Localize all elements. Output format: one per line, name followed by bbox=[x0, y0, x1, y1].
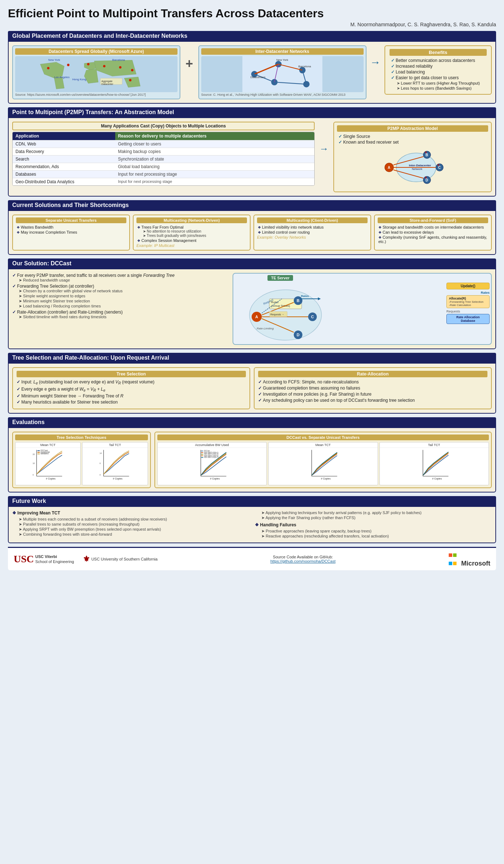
map-source: Source: https://azure.microsoft.com/en-u… bbox=[15, 93, 177, 96]
future-sub-2-2: Applying the Fair Sharing policy (rather… bbox=[255, 516, 492, 520]
table-row: Geo-Distributed Data Analytics Input for… bbox=[13, 178, 314, 185]
tail-tct-chart: Tail TCT # Copies 0 6 bbox=[82, 442, 148, 485]
svg-point-3 bbox=[87, 63, 90, 66]
svg-point-1 bbox=[47, 67, 50, 69]
dccast-sub-2-3: Minimum weight Steiner tree selection bbox=[12, 299, 228, 303]
dccast-item-3: Rate-Allocation (controller) and Rate-Li… bbox=[12, 310, 228, 319]
section2-header: Point to Multipoint (P2MP) Transfers: An… bbox=[8, 107, 496, 117]
usc-crest: ⚜ bbox=[83, 554, 90, 564]
svg-text:A: A bbox=[255, 315, 258, 319]
future-sub-1-2: Parallel trees to same subsets of receiv… bbox=[12, 522, 249, 527]
future-sub-2-1: Applying batching techniques for bursty … bbox=[255, 510, 492, 515]
rate-item-1: According to FCFS: Simple, no rate-recal… bbox=[258, 379, 487, 384]
bw-used-chart: Accumulative BW Used # Copies bbox=[157, 442, 267, 485]
datacenter-map-box: Datacenters Spread Globally (Microsoft A… bbox=[12, 45, 180, 99]
svg-rect-96 bbox=[201, 453, 203, 453]
section5-header: Tree Selection and Rate-Allocation: Upon… bbox=[8, 353, 496, 363]
section7-header: Future Work bbox=[8, 496, 496, 506]
svg-point-5 bbox=[119, 66, 122, 69]
unicast-title: Separate Unicast Transfers bbox=[16, 217, 126, 223]
usc-viterbi-logo: USC USC Viterbi School of Engineering bbox=[14, 553, 74, 565]
svg-point-4 bbox=[103, 65, 105, 68]
svg-rect-98 bbox=[201, 454, 203, 455]
multicast-client-item-1: Limited visibility into network status bbox=[257, 225, 368, 229]
usc-university-text: USC University of Southern California bbox=[91, 557, 158, 562]
usc-logo-text: USC bbox=[14, 553, 34, 565]
tree-item-2: Every edge e gets a weight of We = VR + … bbox=[17, 387, 246, 392]
svg-text:D: D bbox=[297, 333, 300, 337]
multicast-net-title: Multicasting (Network-Driven) bbox=[136, 217, 247, 223]
multicast-net-example: Example: IP Multicast bbox=[136, 243, 247, 248]
mean-tct2-chart: Mean TCT # Copies bbox=[268, 442, 378, 485]
section-p2mp: Point to Multipoint (P2MP) Transfers: An… bbox=[8, 107, 496, 197]
dccast-charts: Accumulative BW Used # Copies bbox=[157, 442, 489, 485]
svg-point-6 bbox=[131, 69, 134, 72]
requests-label: Requests bbox=[446, 310, 490, 313]
rates-label: Rates bbox=[446, 291, 490, 294]
svg-text:Datacenter: Datacenter bbox=[102, 83, 113, 85]
multicast-net-sub-1: No attention to resource utilization bbox=[137, 229, 247, 233]
future-item-2: Handling Failures bbox=[255, 522, 492, 527]
dc-map-label: Datacenters Spread Globally (Microsoft A… bbox=[15, 48, 177, 55]
application-table: Application Reason for delivery to multi… bbox=[12, 132, 315, 186]
update-box: Update() bbox=[446, 283, 490, 289]
solution-card-multicast-net: Multicasting (Network-Driven) Trees Far … bbox=[133, 215, 251, 251]
svg-text:Los Angeles: Los Angeles bbox=[54, 76, 69, 79]
te-diagram-area: TE Server Rules (Group Tables) A bbox=[233, 273, 492, 345]
app-header-row: Many Applications Cast (Copy) Objects to… bbox=[12, 122, 315, 130]
svg-text:Inter-Datacenter: Inter-Datacenter bbox=[409, 164, 431, 167]
svg-text:×: × bbox=[425, 150, 427, 154]
future-sub-3-2: Reactive approaches (rescheduling affect… bbox=[255, 534, 492, 539]
network-image: Datacenters New York Barcelona bbox=[201, 56, 364, 92]
poster-authors: M. Noormohammadpour, C. S. Raghavendra, … bbox=[8, 22, 496, 27]
te-network-svg: Rules (Group Tables) A B C bbox=[235, 279, 357, 345]
eval-tree-title: Tree Selection Techniques bbox=[15, 435, 148, 440]
multicast-client-example: Example: Overlay Networks bbox=[257, 235, 368, 239]
usc-logo-area: USC USC Viterbi School of Engineering ⚜ … bbox=[14, 553, 158, 565]
dccast-sub-3-1: Slotted timeline with fixed rates during… bbox=[12, 315, 228, 319]
svg-text:14: 14 bbox=[100, 452, 102, 454]
section3-header: Current Solutions and Their Shortcomings bbox=[8, 200, 496, 210]
p2mp-model-title: P2MP Abstraction Model bbox=[337, 125, 488, 132]
solution-card-snf: Store-and-Forward (SnF) Storage and band… bbox=[374, 215, 492, 251]
benefit-4: Easier to get data closer to users bbox=[390, 75, 487, 80]
future-sub-1-3: Applying SRPT with only BW preemption (t… bbox=[12, 527, 249, 532]
svg-text:0: 0 bbox=[32, 474, 33, 476]
github-link[interactable]: https://github.com/noormoha/DCCast bbox=[270, 559, 336, 563]
dccast-sub-1-1: Reduced bandwidth usage bbox=[12, 278, 228, 283]
app-col-header: Application bbox=[13, 132, 115, 140]
svg-text:×: × bbox=[425, 176, 427, 180]
svg-text:B: B bbox=[297, 298, 300, 303]
svg-text:New York: New York bbox=[276, 59, 288, 62]
arrow-right-icon: → bbox=[370, 45, 381, 68]
svg-text:New York: New York bbox=[48, 59, 60, 62]
svg-text:# Copies: # Copies bbox=[113, 477, 123, 480]
svg-point-7 bbox=[129, 79, 131, 82]
section-tree-rate: Tree Selection and Rate-Allocation: Upon… bbox=[8, 353, 496, 414]
future-sub-1-4: Combining forwarding trees with store-an… bbox=[12, 532, 249, 537]
svg-text:10: 10 bbox=[32, 462, 35, 464]
snf-title: Store-and-Forward (SnF) bbox=[378, 217, 488, 223]
table-row: Recommendation, Ads Global load balancin… bbox=[13, 163, 314, 170]
benefits-title: Benefits bbox=[390, 49, 487, 56]
world-map-svg: Hong Kong New York Barcelona Los Angeles… bbox=[15, 56, 177, 92]
section4-header: Our Solution: DCCast bbox=[8, 258, 496, 269]
table-row: Databases Input for next processing stag… bbox=[13, 170, 314, 178]
tree-selection-box: Tree Selection Input: Le (outstanding lo… bbox=[12, 367, 250, 409]
svg-text:A: A bbox=[388, 166, 390, 170]
section-global-placement: Global Placement of Datacenters and Inte… bbox=[8, 31, 496, 104]
dccast-sub-2-4: Load balancing / Reducing completion tim… bbox=[12, 304, 228, 309]
tail-tct-svg: # Copies 0 6 14 bbox=[82, 448, 147, 480]
svg-text:# Copies: # Copies bbox=[210, 477, 220, 480]
network-svg: Datacenters New York Barcelona bbox=[201, 56, 364, 92]
svg-text:# Copies: # Copies bbox=[46, 477, 56, 480]
svg-text:Requests →: Requests → bbox=[270, 313, 284, 316]
p2mp-diagram: Inter-Datacenter Network A B C bbox=[337, 148, 488, 189]
rate-allocation-box: Rate-Allocation According to FCFS: Simpl… bbox=[254, 367, 492, 409]
microsoft-logo: ■■ ■■ Microsoft bbox=[448, 551, 490, 567]
svg-marker-65 bbox=[318, 297, 321, 300]
reason-col-header: Reason for delivery to multiple datacent… bbox=[115, 132, 314, 140]
dccast-bullets: For every P2MP transfer, send traffic to… bbox=[12, 273, 228, 345]
tree-charts: Mean TCT # Copies bbox=[15, 442, 148, 485]
svg-text:C: C bbox=[311, 315, 314, 319]
